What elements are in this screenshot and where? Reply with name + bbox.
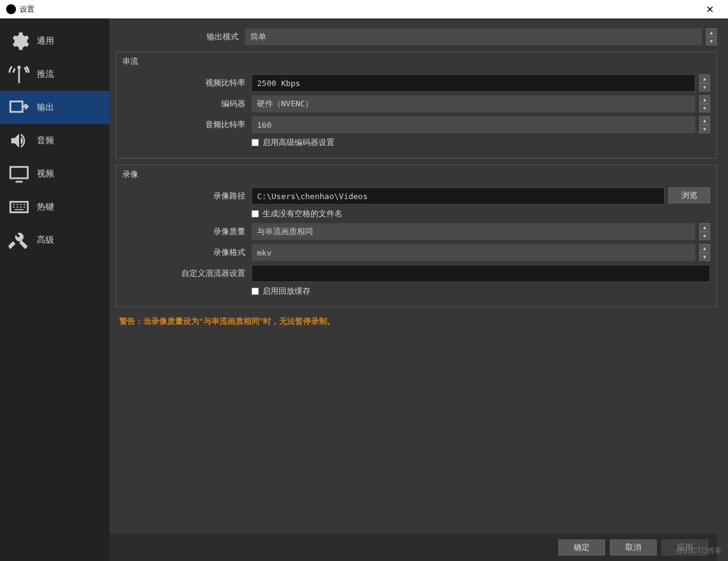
- muxer-label: 自定义混流器设置: [122, 268, 251, 279]
- output-mode-stepper[interactable]: ▲▼: [706, 28, 717, 45]
- sidebar-item-label: 音频: [37, 135, 54, 146]
- main-panel: 输出模式 简单 ▲▼ 串流 视频比特率 2500 Kbps ▲▼ 编码器: [109, 18, 728, 561]
- sidebar-item-hotkeys[interactable]: 热键: [0, 190, 109, 224]
- recording-format-stepper[interactable]: ▲▼: [699, 244, 710, 261]
- audio-bitrate-select[interactable]: 160: [251, 116, 695, 133]
- recording-quality-select[interactable]: 与串流画质相同: [251, 223, 695, 240]
- video-bitrate-input[interactable]: 2500 Kbps: [251, 74, 695, 92]
- recording-quality-stepper[interactable]: ▲▼: [699, 223, 710, 240]
- checkbox-icon: [251, 139, 259, 146]
- tools-icon: [9, 230, 30, 251]
- video-bitrate-stepper[interactable]: ▲▼: [699, 74, 710, 92]
- replay-buffer-checkbox[interactable]: 启用回放缓存: [251, 286, 311, 297]
- titlebar: 设置 ✕: [0, 0, 728, 18]
- sidebar-item-label: 推流: [37, 69, 54, 80]
- recording-path-label: 录像路径: [122, 190, 251, 202]
- sidebar-item-output[interactable]: 输出: [0, 91, 109, 124]
- recording-quality-label: 录像质量: [122, 226, 251, 237]
- sidebar-item-label: 热键: [37, 202, 54, 213]
- browse-button[interactable]: 浏览: [668, 187, 710, 203]
- sidebar-item-label: 视频: [37, 168, 54, 179]
- video-bitrate-label: 视频比特率: [122, 77, 251, 88]
- encoder-stepper[interactable]: ▲▼: [699, 95, 710, 112]
- recording-path-input[interactable]: C:\Users\chenhao\Videos: [251, 187, 665, 205]
- warning-text: 警告：当录像质量设为“与串流画质相同”时，无法暂停录制。: [119, 316, 713, 327]
- output-mode-label: 输出模式: [116, 31, 245, 42]
- speaker-icon: [9, 130, 30, 151]
- output-mode-select[interactable]: 简单: [245, 28, 702, 45]
- sidebar-item-stream[interactable]: 推流: [0, 58, 109, 91]
- app-icon: [6, 4, 16, 14]
- apply-button[interactable]: 应用: [662, 539, 708, 555]
- audio-bitrate-stepper[interactable]: ▲▼: [699, 116, 710, 133]
- sidebar-item-advanced[interactable]: 高级: [0, 224, 109, 257]
- nospace-checkbox[interactable]: 生成没有空格的文件名: [251, 208, 342, 219]
- sidebar-item-label: 高级: [37, 235, 54, 246]
- streaming-section: 串流 视频比特率 2500 Kbps ▲▼ 编码器 硬件（NVENC） ▲▼: [116, 52, 717, 159]
- checkbox-icon: [251, 210, 259, 218]
- sidebar: 通用 推流 输出 音频 视频 热键 高级: [0, 18, 109, 561]
- muxer-input[interactable]: [251, 265, 710, 282]
- sidebar-item-general[interactable]: 通用: [0, 25, 109, 58]
- checkbox-icon: [251, 288, 259, 295]
- streaming-legend: 串流: [122, 52, 710, 71]
- encoder-select[interactable]: 硬件（NVENC）: [251, 95, 695, 112]
- close-icon[interactable]: ✕: [697, 4, 722, 15]
- recording-format-label: 录像格式: [122, 247, 251, 258]
- encoder-label: 编码器: [122, 98, 251, 109]
- dialog-footer: 确定 取消 应用: [109, 534, 717, 561]
- svg-rect-0: [10, 101, 23, 112]
- window-title: 设置: [20, 4, 697, 15]
- advanced-encoder-checkbox[interactable]: 启用高级编码器设置: [251, 137, 334, 148]
- cancel-button[interactable]: 取消: [610, 539, 657, 555]
- gear-icon: [9, 31, 30, 52]
- ok-button[interactable]: 确定: [558, 539, 605, 555]
- recording-format-select[interactable]: mkv: [251, 244, 695, 261]
- antenna-icon: [9, 64, 30, 85]
- svg-rect-1: [10, 167, 28, 178]
- recording-section: 录像 录像路径 C:\Users\chenhao\Videos 浏览 生成没有空…: [116, 165, 717, 307]
- recording-legend: 录像: [122, 165, 710, 184]
- keyboard-icon: [9, 197, 30, 218]
- sidebar-item-video[interactable]: 视频: [0, 157, 109, 190]
- output-icon: [9, 97, 30, 118]
- sidebar-item-label: 输出: [37, 102, 54, 113]
- audio-bitrate-label: 音频比特率: [122, 119, 251, 130]
- sidebar-item-label: 通用: [37, 36, 54, 47]
- monitor-icon: [9, 163, 30, 184]
- sidebar-item-audio[interactable]: 音频: [0, 124, 109, 157]
